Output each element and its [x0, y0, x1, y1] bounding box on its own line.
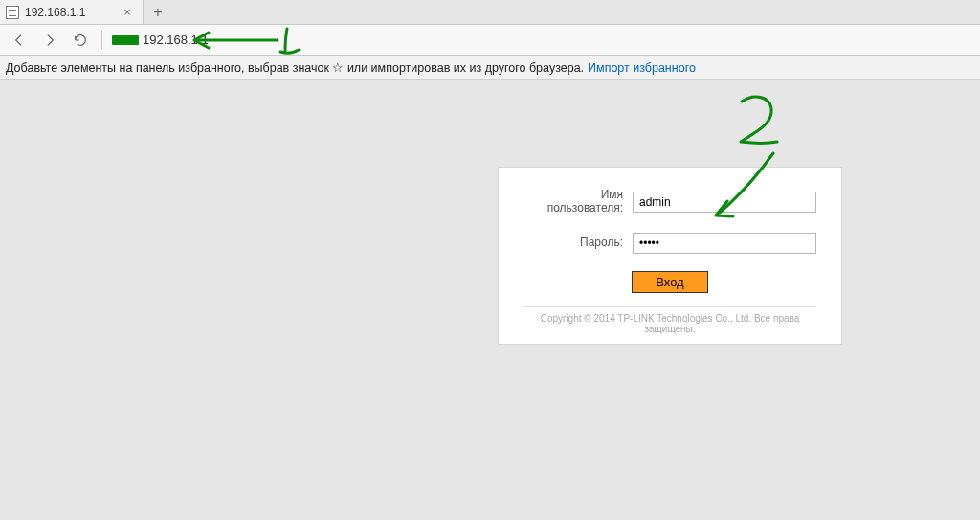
favorites-hint-text: Добавьте элементы на панель избранного, …	[6, 60, 584, 75]
submit-row: Вход	[523, 271, 816, 293]
browser-tab[interactable]: 192.168.1.1 ×	[0, 0, 144, 24]
login-panel: Имя пользователя: Пароль: Вход Copyright…	[498, 167, 842, 345]
password-input[interactable]	[633, 233, 816, 254]
tab-title: 192.168.1.1	[25, 6, 114, 19]
username-input[interactable]	[633, 192, 816, 213]
browser-toolbar: 192.168.1.1	[0, 25, 980, 56]
username-label: Имя пользователя:	[523, 189, 623, 215]
back-button[interactable]	[6, 27, 33, 54]
page-icon	[6, 6, 19, 19]
password-label: Пароль:	[523, 237, 623, 250]
close-tab-icon[interactable]: ×	[120, 5, 135, 19]
new-tab-button[interactable]: +	[144, 0, 172, 24]
page-content: Имя пользователя: Пароль: Вход Copyright…	[0, 80, 980, 520]
forward-button[interactable]	[36, 27, 63, 54]
toolbar-separator	[101, 31, 102, 50]
favorites-hint-bar: Добавьте элементы на панель избранного, …	[0, 56, 980, 80]
address-text: 192.168.1.1	[143, 33, 209, 47]
import-favorites-link[interactable]: Импорт избранного	[588, 61, 696, 75]
censor-block	[112, 35, 139, 45]
refresh-button[interactable]	[67, 27, 94, 54]
browser-tabbar: 192.168.1.1 × +	[0, 0, 980, 25]
login-button[interactable]: Вход	[632, 271, 707, 293]
username-row: Имя пользователя:	[523, 189, 816, 215]
password-row: Пароль:	[523, 233, 816, 254]
address-bar[interactable]: 192.168.1.1	[110, 33, 209, 47]
login-copyright: Copyright © 2014 TP-LINK Technologies Co…	[523, 306, 816, 334]
